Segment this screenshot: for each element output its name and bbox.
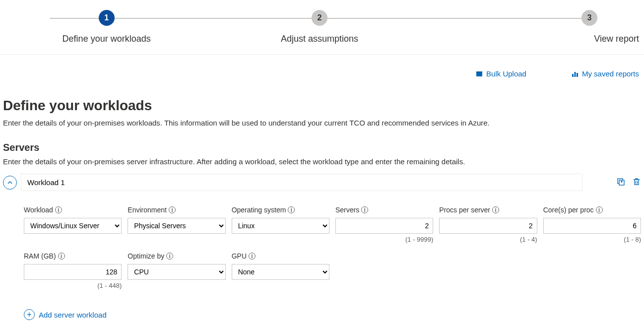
ram-hint: (1 - 448) <box>24 282 122 289</box>
ram-label: RAM (GB) <box>24 252 56 260</box>
info-icon[interactable]: i <box>58 253 65 260</box>
workload-row <box>3 174 641 191</box>
field-servers: Serversi (1 - 9999) <box>335 206 433 243</box>
field-optimize: Optimize byi CPU <box>128 252 225 289</box>
cores-label: Core(s) per proc <box>543 206 594 214</box>
content: Define your workloads Enter the details … <box>0 78 644 328</box>
step-3-label: View report <box>594 34 639 44</box>
bar-chart-icon <box>571 70 579 78</box>
gpu-label: GPU <box>232 252 247 260</box>
saved-reports-link[interactable]: My saved reports <box>571 69 639 78</box>
workload-label: Workload <box>24 206 53 214</box>
servers-label: Servers <box>335 206 359 214</box>
svg-rect-1 <box>476 71 482 73</box>
workload-name-input[interactable] <box>21 174 582 191</box>
add-server-workload-button[interactable]: + Add server workload <box>24 309 107 320</box>
svg-rect-4 <box>577 73 578 77</box>
page-title: Define your workloads <box>3 98 641 114</box>
os-select[interactable]: Linux <box>232 218 329 234</box>
cores-input[interactable] <box>543 218 641 234</box>
page-desc: Enter the details of your on-premises wo… <box>3 119 641 127</box>
collapse-button[interactable] <box>3 176 17 190</box>
gpu-select[interactable]: None <box>232 264 329 280</box>
servers-desc: Enter the details of your on-premises se… <box>3 157 641 166</box>
field-procs: Procs per serveri (1 - 4) <box>439 206 537 243</box>
procs-input[interactable] <box>439 218 537 234</box>
servers-input[interactable] <box>335 218 433 234</box>
step-2-circle: 2 <box>312 10 327 26</box>
svg-rect-3 <box>574 72 576 77</box>
servers-hint: (1 - 9999) <box>335 236 433 243</box>
field-workload: Workloadi Windows/Linux Server <box>24 206 122 243</box>
info-icon[interactable]: i <box>288 206 295 213</box>
step-3-circle: 3 <box>581 10 597 26</box>
field-environment: Environmenti Physical Servers <box>128 206 225 243</box>
environment-select[interactable]: Physical Servers <box>128 218 225 234</box>
saved-reports-label: My saved reports <box>582 69 639 78</box>
ram-input[interactable] <box>24 264 122 280</box>
step-3[interactable]: 3 View report <box>426 10 644 44</box>
bulk-upload-link[interactable]: Bulk Upload <box>475 69 526 78</box>
info-icon[interactable]: i <box>249 253 256 260</box>
os-label: Operating system <box>232 206 286 214</box>
environment-label: Environment <box>128 206 167 214</box>
delete-button[interactable] <box>632 177 641 188</box>
procs-hint: (1 - 4) <box>439 236 537 243</box>
info-icon[interactable]: i <box>169 206 176 213</box>
step-1-label: Define your workloads <box>63 34 151 44</box>
fields-grid: Workloadi Windows/Linux Server Environme… <box>24 206 641 289</box>
trash-icon <box>632 177 641 186</box>
upload-icon <box>475 70 483 78</box>
workload-actions <box>586 177 641 188</box>
servers-title: Servers <box>3 142 641 153</box>
step-2[interactable]: 2 Adjust assumptions <box>213 10 426 44</box>
field-gpu: GPUi None <box>232 252 329 289</box>
step-2-label: Adjust assumptions <box>281 34 358 44</box>
info-icon[interactable]: i <box>166 253 173 260</box>
field-cores: Core(s) per proci (1 - 8) <box>543 206 641 243</box>
duplicate-button[interactable] <box>616 177 625 188</box>
plus-icon: + <box>24 309 35 320</box>
info-icon[interactable]: i <box>361 206 368 213</box>
optimize-label: Optimize by <box>128 252 164 260</box>
bulk-upload-label: Bulk Upload <box>486 69 526 78</box>
step-1[interactable]: 1 Define your workloads <box>0 10 213 44</box>
add-workload-label: Add server workload <box>39 311 107 319</box>
chevron-up-icon <box>7 180 13 186</box>
field-ram: RAM (GB)i (1 - 448) <box>24 252 122 289</box>
optimize-select[interactable]: CPU <box>128 264 225 280</box>
copy-icon <box>616 177 625 186</box>
workload-select[interactable]: Windows/Linux Server <box>24 218 122 234</box>
info-icon[interactable]: i <box>596 206 603 213</box>
field-os: Operating systemi Linux <box>232 206 329 243</box>
stepper: 1 Define your workloads 2 Adjust assumpt… <box>0 0 644 55</box>
procs-label: Procs per server <box>439 206 490 214</box>
info-icon[interactable]: i <box>492 206 499 213</box>
top-links: Bulk Upload My saved reports <box>0 55 644 78</box>
svg-rect-2 <box>572 74 574 77</box>
cores-hint: (1 - 8) <box>543 236 641 243</box>
step-1-circle: 1 <box>99 10 115 26</box>
info-icon[interactable]: i <box>55 206 62 213</box>
